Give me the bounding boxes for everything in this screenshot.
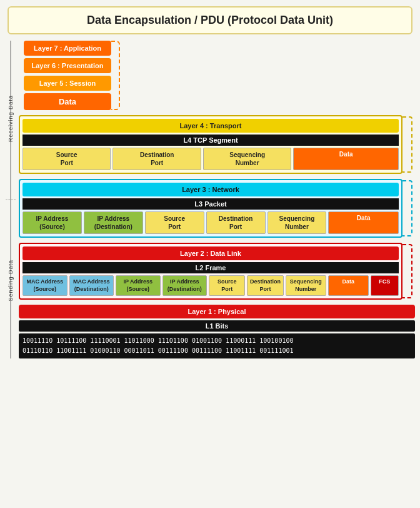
field-src-port-l3: Source Port [145,211,204,234]
field-ip-dst-l2: IP Address (Destination) [162,275,208,296]
field-data-l4: Data [293,148,399,170]
orange-bracket [111,41,120,110]
red-bracket [402,244,412,298]
sending-label: Sending Data [8,260,14,302]
layer3-header: Layer 3 : Network [22,183,399,196]
transport-section: Layer 4 : Transport L4 TCP Segment Sourc… [19,115,402,174]
layer7-box: Layer 7 : Application [24,41,111,56]
bits-header: L1 Bits [19,320,415,332]
layer6-box: Layer 6 : Presentation [24,58,111,73]
field-ip-src-l2: IP Address (Source) [116,275,161,296]
frame-header: L2 Frame [22,262,399,273]
network-section: Layer 3 : Network L3 Packet IP Address (… [19,179,402,238]
data-upper-box: Data [24,93,111,110]
field-ip-src: IP Address (Source) [22,211,82,234]
side-labels: Receiving Data Sending Data [5,41,16,358]
page-title: Data Encapsulation / PDU (Protocol Data … [19,14,401,27]
layer1-header: Layer 1 : Physical [19,305,415,318]
title-bar: Data Encapsulation / PDU (Protocol Data … [8,6,412,34]
receiving-label: Receiving Data [8,95,14,142]
field-data-l2: Data [328,275,369,296]
layer5-box: Layer 5 : Session [24,76,111,91]
field-src-port-l2: Source Port [209,275,245,296]
layer2-header: Layer 2 : Data Link [22,246,399,260]
packet-header: L3 Packet [22,198,399,210]
field-mac-dst: MAC Address (Destination) [69,275,114,296]
field-dst-port-l3: Destination Port [206,211,266,234]
packet-fields: IP Address (Source) IP Address (Destinat… [22,211,399,234]
layer4-header: Layer 4 : Transport [22,119,399,133]
field-dest-port-l4: Destination Port [112,148,201,170]
field-seq-l4: Sequencing Number [203,148,291,170]
bits-data: 10011110 10111100 11110001 11011000 1110… [19,333,415,358]
field-fcs: FCS [371,275,399,296]
field-dst-port-l2: Destination Port [247,275,283,296]
segment-header: L4 TCP Segment [22,135,399,146]
yellow-bracket [402,116,412,173]
field-source-port-l4: Source Port [22,148,111,170]
field-seq-l2: Sequencing Number [286,275,326,296]
datalink-section: Layer 2 : Data Link L2 Frame MAC Address… [19,243,402,300]
frame-fields: MAC Address (Source) MAC Address (Destin… [22,275,399,296]
physical-section: Layer 1 : Physical L1 Bits 10011110 1011… [19,305,415,358]
field-mac-src: MAC Address (Source) [22,275,68,296]
blue-bracket [402,180,412,236]
field-ip-dst: IP Address (Destination) [84,211,143,234]
field-seq-l3: Sequencing Number [268,211,327,234]
segment-fields: Source Port Destination Port Sequencing … [22,148,399,170]
field-data-l3: Data [328,211,399,234]
